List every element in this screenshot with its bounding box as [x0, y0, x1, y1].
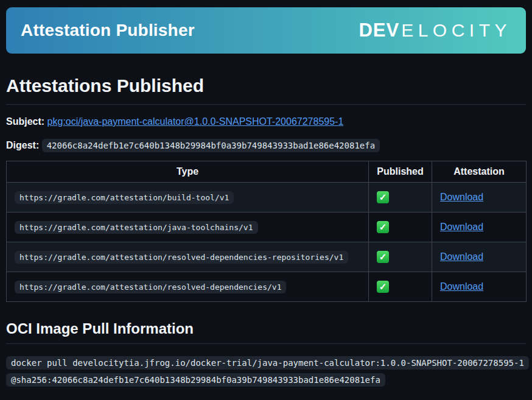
digest-value: 42066c8a24defb1e7c640b1348b29984bf0a39b7…	[42, 139, 380, 152]
column-header-type: Type	[7, 161, 369, 183]
attestation-type-value: https://gradle.com/attestation/java-tool…	[15, 221, 258, 234]
table-row: https://gradle.com/attestation/java-tool…	[7, 212, 527, 242]
attestation-type-value: https://gradle.com/attestation/resolved-…	[15, 251, 348, 264]
download-link[interactable]: Download	[440, 281, 483, 292]
table-row: https://gradle.com/attestation/resolved-…	[7, 242, 527, 272]
digest-line: Digest: 42066c8a24defb1e7c640b1348b29984…	[6, 140, 526, 151]
develocity-logo: DEVELOCITY	[359, 19, 511, 41]
attestation-type-value: https://gradle.com/attestation/build-too…	[15, 191, 234, 204]
published-check-icon: ✓	[377, 191, 389, 203]
app-title: Attestation Publisher	[21, 21, 195, 40]
column-header-attestation: Attestation	[432, 161, 527, 183]
docker-pull-command-block: docker pull develocitytia.jfrog.io/docke…	[6, 354, 526, 388]
attestation-table: Type Published Attestation https://gradl…	[6, 161, 527, 302]
published-check-icon: ✓	[377, 251, 389, 263]
app-banner: Attestation Publisher DEVELOCITY	[6, 7, 526, 54]
subject-label: Subject:	[6, 116, 44, 127]
page-title: Attestations Published	[6, 75, 526, 105]
table-row: https://gradle.com/attestation/build-too…	[7, 183, 527, 212]
published-check-icon: ✓	[377, 221, 389, 233]
download-link[interactable]: Download	[440, 222, 483, 232]
oci-section-title: OCI Image Pull Information	[6, 320, 526, 344]
develocity-logo-dev: DEV	[359, 19, 399, 41]
subject-link[interactable]: pkg:oci/java-payment-calculator@1.0.0-SN…	[47, 116, 344, 127]
table-header-row: Type Published Attestation	[7, 161, 527, 183]
attestation-type-value: https://gradle.com/attestation/resolved-…	[15, 281, 286, 293]
published-check-icon: ✓	[377, 281, 389, 293]
page-content: Attestations Published Subject: pkg:oci/…	[6, 75, 526, 388]
attestation-table-body: https://gradle.com/attestation/build-too…	[7, 183, 527, 302]
develocity-logo-elocity: ELOCITY	[401, 20, 511, 40]
digest-label: Digest:	[6, 140, 39, 150]
table-row: https://gradle.com/attestation/resolved-…	[7, 272, 527, 302]
subject-line: Subject: pkg:oci/java-payment-calculator…	[6, 116, 526, 127]
docker-pull-command: docker pull develocitytia.jfrog.io/docke…	[6, 356, 529, 387]
column-header-published: Published	[369, 161, 432, 183]
download-link[interactable]: Download	[440, 192, 483, 202]
download-link[interactable]: Download	[440, 251, 483, 262]
